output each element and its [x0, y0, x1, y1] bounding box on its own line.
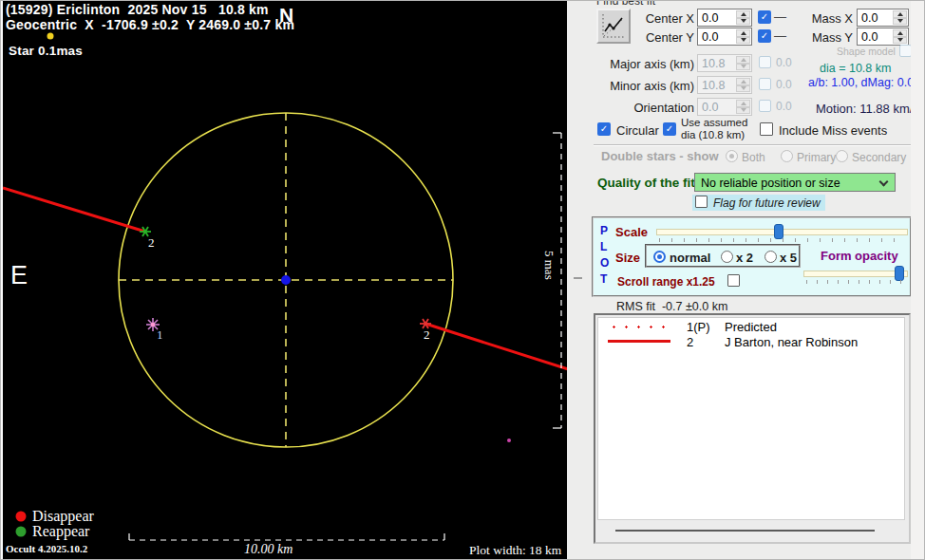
circular-checkbox[interactable]: ✓ [597, 122, 611, 136]
occultation-plot-canvas[interactable]: (15929) Ericlinton 2025 Nov 15 10.8 km G… [3, 1, 567, 559]
app-version: Occult 4.2025.10.2 [6, 543, 87, 554]
center-x-spinner[interactable]: 0.0 [697, 9, 752, 27]
scale-bar-value: 10.00 km [244, 542, 293, 557]
minor-axis-label: Minor axis (km) [599, 79, 694, 93]
orientation-spin-buttons [736, 100, 750, 114]
center-x-value: 0.0 [702, 11, 718, 25]
major-axis-spin-buttons [736, 56, 750, 70]
plot-vertical-letter-t: T [600, 272, 607, 286]
center-y-dash: — [774, 28, 786, 43]
list-horizontal-scrollbar[interactable] [615, 530, 875, 532]
observer-number: 1(P) [687, 320, 710, 334]
km-scale-bar [129, 533, 444, 540]
minor-axis-value: 10.8 [702, 79, 725, 92]
scroll-range-label: Scroll range x1.25 [617, 275, 715, 289]
mass-x-label: Mass X [808, 11, 853, 26]
double-stars-both-label: Both [742, 151, 765, 164]
occult-fit-window: (15929) Ericlinton 2025 Nov 15 10.8 km G… [0, 0, 925, 560]
center-x-checkbox[interactable]: ✓ [758, 10, 771, 24]
rms-fit-readout: RMS fit -0.7 ±0.0 km [616, 300, 727, 313]
center-y-label: Center Y [609, 30, 694, 45]
plot-title: (15929) Ericlinton 2025 Nov 15 10.8 km [6, 2, 269, 17]
double-stars-primary-radio [781, 150, 793, 162]
predicted-dotted-line-swatch [608, 325, 670, 329]
predicted-number: 1 [157, 327, 163, 343]
check-icon: ✓ [761, 30, 768, 41]
find-best-fit-header: Find best fit [596, 0, 655, 8]
plot-graphics [3, 1, 567, 559]
use-assumed-dia-label: Use assumed dia (10.8 km) [681, 117, 757, 140]
center-y-checkbox[interactable]: ✓ [758, 29, 771, 43]
orientation-label: Orientation [599, 101, 694, 115]
observer-number: 2 [687, 335, 693, 349]
east-label: E [10, 261, 28, 290]
minor-axis-spinner: 10.8 [697, 76, 752, 94]
size-label: Size [615, 251, 640, 265]
chord2-reappear-number: 2 [148, 235, 155, 251]
window-right-edge [911, 1, 925, 560]
plot-vertical-letter-l: L [600, 240, 607, 253]
check-icon: ✓ [666, 123, 673, 134]
legend-reappear-label: Reappear [32, 523, 89, 540]
opacity-slider-thumb[interactable] [895, 266, 904, 281]
observer-list-panel: 1(P) Predicted 2 J Barton, near Robinson [594, 313, 911, 544]
size-x2-radio[interactable] [721, 251, 733, 263]
size-option-group: normal x 2 x 5 [645, 244, 801, 268]
scale-slider-label: Scale [615, 225, 648, 239]
use-assumed-dia-checkbox[interactable]: ✓ [663, 122, 676, 136]
chord2-reappear-segment [3, 188, 145, 232]
major-axis-aux: 0.0 [776, 56, 792, 69]
orientation-spinner: 0.0 [697, 98, 752, 116]
center-x-dash: — [774, 9, 786, 24]
center-y-spin-buttons[interactable] [736, 29, 750, 44]
quality-of-fit-dropdown[interactable]: No reliable position or size [694, 173, 896, 192]
fit-center-dot [281, 275, 291, 285]
star-diameter-label: Star 0.1mas [9, 44, 83, 58]
check-icon: ✓ [761, 11, 768, 22]
quality-of-fit-value: No reliable position or size [701, 177, 840, 190]
splitter-handle[interactable] [574, 277, 582, 279]
flag-review-checkbox[interactable] [695, 196, 708, 208]
quality-of-fit-label: Quality of the fit [597, 176, 695, 190]
major-axis-value: 10.8 [702, 57, 725, 70]
size-x2-label: x 2 [736, 251, 753, 265]
minor-axis-checkbox [759, 78, 771, 90]
opacity-slider-track[interactable] [803, 271, 908, 277]
check-icon: ✓ [600, 123, 608, 134]
mass-x-spin-buttons[interactable] [893, 10, 907, 25]
axis-ratio-readout: a/b: 1.00, dMag: 0.00 [808, 76, 920, 89]
disappear-legend-dot [16, 512, 27, 522]
observer-row-predicted[interactable]: 1(P) Predicted [598, 318, 904, 333]
minor-axis-aux: 0.0 [776, 78, 792, 91]
flag-review-label: Flag for future review [713, 196, 821, 210]
major-axis-label: Major axis (km) [599, 57, 694, 71]
size-normal-label: normal [670, 251, 710, 265]
include-miss-events-checkbox[interactable] [760, 122, 773, 136]
scale-slider-thumb[interactable] [774, 224, 783, 239]
scale-slider-ticks [659, 238, 906, 242]
mass-x-spinner[interactable]: 0.0 [857, 9, 909, 27]
mass-y-spin-buttons[interactable] [893, 29, 907, 44]
size-normal-radio[interactable] [653, 251, 666, 263]
opacity-slider-ticks [806, 280, 907, 284]
chord2-disappear-segment [425, 324, 567, 369]
scroll-range-checkbox[interactable] [727, 274, 740, 287]
observer-list[interactable]: 1(P) Predicted 2 J Barton, near Robinson [597, 317, 905, 520]
diameter-readout: dia = 10.8 km [820, 62, 891, 75]
double-stars-primary-label: Primary [797, 151, 836, 164]
geocentric-coordinates: Geocentric X -1706.9 ±0.2 Y 2469.0 ±0.7 … [6, 17, 294, 32]
chevron-down-icon [879, 177, 889, 187]
double-stars-secondary-radio [836, 150, 848, 162]
mass-y-spinner[interactable]: 0.0 [857, 28, 909, 46]
observer-name: Predicted [725, 320, 777, 334]
mass-y-label: Mass Y [808, 30, 853, 45]
double-stars-divider [594, 144, 911, 146]
center-x-spin-buttons[interactable] [736, 10, 750, 25]
orientation-aux: 0.0 [776, 100, 792, 113]
window-left-edge [1, 1, 3, 560]
motion-readout: Motion: 11.88 km/s [816, 102, 919, 116]
size-x5-label: x 5 [780, 251, 797, 265]
center-y-spinner[interactable]: 0.0 [697, 28, 752, 46]
observer-row-chord2[interactable]: 2 J Barton, near Robinson [598, 333, 904, 348]
size-x5-radio[interactable] [765, 251, 777, 263]
